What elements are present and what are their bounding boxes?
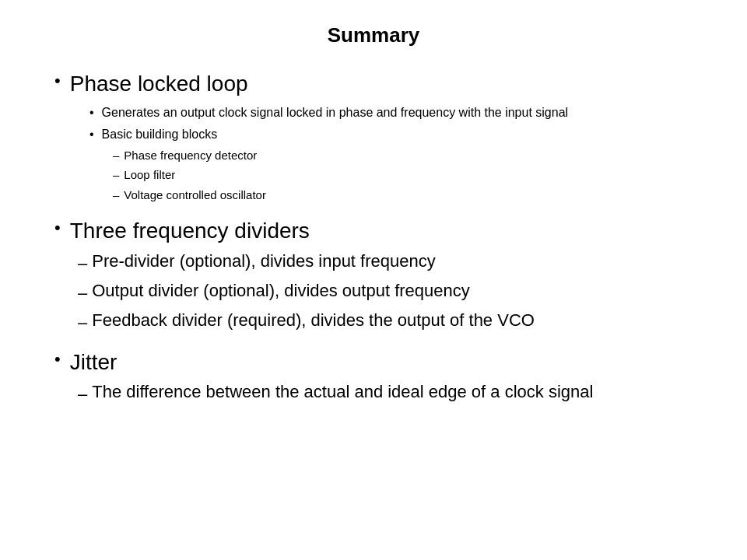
dash-list-freq: – Pre-divider (optional), divides input … xyxy=(54,250,708,335)
level1-bullet-pll: • Phase locked loop xyxy=(54,71,708,97)
level1-text-jitter: Jitter xyxy=(70,349,117,376)
list-item: – Loop filter xyxy=(113,166,708,184)
dash-list-jitter: – The difference between the actual and … xyxy=(54,381,708,407)
dash-text-out-div: Output divider (optional), divides outpu… xyxy=(92,280,470,303)
dash-text-pre-div: Pre-divider (optional), divides input fr… xyxy=(92,250,435,273)
list-item: – Pre-divider (optional), divides input … xyxy=(78,250,708,276)
list-item: – Voltage controlled oscillator xyxy=(113,187,708,205)
dash-icon: – xyxy=(113,187,119,205)
list-item: – Phase frequency detector xyxy=(113,147,708,165)
level2-text-generates: Generates an output clock signal locked … xyxy=(102,103,569,122)
dash-icon: – xyxy=(78,310,87,335)
list-item: – The difference between the actual and … xyxy=(78,381,708,407)
bullet-icon: • xyxy=(54,218,61,238)
level2-list-pll: • Generates an output clock signal locke… xyxy=(54,103,708,205)
dash-icon: – xyxy=(78,381,87,407)
level3-text-pfd: Phase frequency detector xyxy=(124,147,257,165)
list-item: – Feedback divider (required), divides t… xyxy=(78,310,708,335)
content-area: • Phase locked loop • Generates an outpu… xyxy=(39,71,708,407)
dash-text-fb-div: Feedback divider (required), divides the… xyxy=(92,310,535,332)
list-item: • Basic building blocks xyxy=(89,125,708,144)
level1-text-freq: Three frequency dividers xyxy=(70,218,310,244)
dash-icon: – xyxy=(78,250,87,276)
page: Summary • Phase locked loop • Generates … xyxy=(0,0,747,560)
bullet-icon: • xyxy=(89,103,94,122)
bullet-icon: • xyxy=(54,349,61,369)
dash-icon: – xyxy=(113,147,119,165)
dash-icon: – xyxy=(78,280,87,306)
dash-icon: – xyxy=(113,166,119,184)
level1-bullet-freq: • Three frequency dividers xyxy=(54,218,708,244)
level3-text-vco: Voltage controlled oscillator xyxy=(124,187,266,205)
list-item: • Generates an output clock signal locke… xyxy=(89,103,708,122)
level1-bullet-jitter: • Jitter xyxy=(54,349,708,376)
page-title: Summary xyxy=(39,23,708,47)
level1-text-pll: Phase locked loop xyxy=(70,71,248,97)
level2-text-building: Basic building blocks xyxy=(102,125,218,144)
bullet-icon: • xyxy=(54,71,61,91)
list-item: • Phase locked loop • Generates an outpu… xyxy=(54,71,708,204)
bullet-icon: • xyxy=(89,125,94,144)
dash-text-jitter-def: The difference between the actual and id… xyxy=(92,381,593,404)
level3-list: – Phase frequency detector – Loop filter… xyxy=(89,147,708,205)
level3-text-lf: Loop filter xyxy=(124,166,175,184)
list-item: • Jitter – The difference between the ac… xyxy=(54,349,708,408)
list-item: – Output divider (optional), divides out… xyxy=(78,280,708,306)
list-item: • Three frequency dividers – Pre-divider… xyxy=(54,218,708,335)
